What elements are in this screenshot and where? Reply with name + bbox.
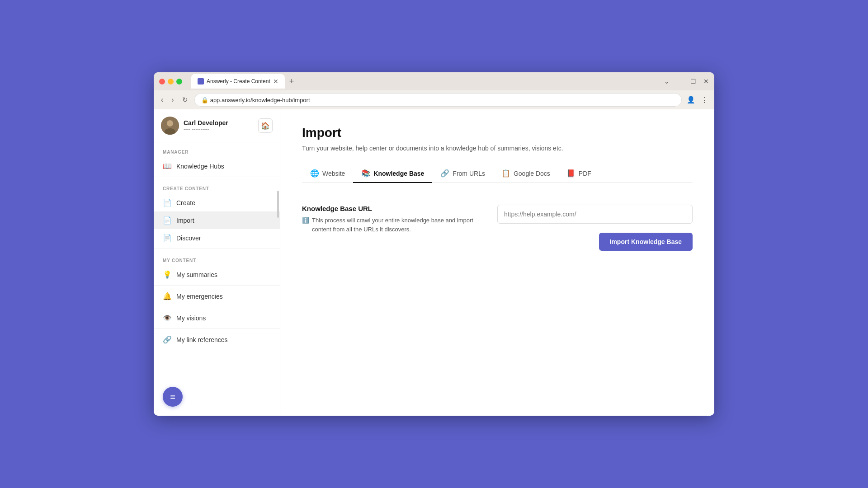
sidebar-item-my-link-references[interactable]: 🔗 My link references [154, 331, 280, 348]
import-knowledge-base-button[interactable]: Import Knowledge Base [599, 233, 693, 251]
tab-favicon [198, 78, 204, 84]
main-content: Import Turn your website, help center or… [280, 109, 714, 416]
browser-content: Carl Developer •••• •••••••••• 🏠 MANAGER… [154, 109, 714, 416]
sidebar-divider-1 [154, 177, 280, 177]
pdf-tab-label: PDF [579, 170, 591, 177]
scrollbar[interactable] [277, 191, 279, 218]
window-min-btn[interactable]: — [677, 78, 683, 85]
window-dropdown-btn[interactable]: ⌄ [664, 78, 670, 85]
summaries-icon: 💡 [163, 270, 172, 279]
sidebar-item-my-link-references-label: My link references [176, 336, 228, 343]
back-button[interactable]: ‹ [159, 94, 165, 106]
tab-pdf[interactable]: 📕 PDF [558, 164, 599, 183]
window-buttons: ⌄ — ☐ ✕ [664, 78, 709, 85]
tab-website[interactable]: 🌐 Website [302, 164, 353, 183]
svg-point-1 [167, 120, 173, 127]
sidebar-scroll: MANAGER 📖 Knowledge Hubs CREATE CONTENT … [154, 142, 280, 416]
tab-title: Answerly - Create Content [207, 78, 270, 84]
new-tab-button[interactable]: + [287, 77, 297, 86]
browser-window: Answerly - Create Content ✕ + ⌄ — ☐ ✕ ‹ … [154, 72, 714, 416]
from-urls-tab-label: From URLs [453, 170, 485, 177]
sidebar-divider-3 [154, 285, 280, 286]
tab-from-urls[interactable]: 🔗 From URLs [432, 164, 493, 183]
user-email: •••• •••••••••• [184, 127, 254, 132]
create-icon: 📄 [163, 198, 172, 207]
knowledge-base-tab-icon: 📚 [361, 169, 370, 178]
forward-button[interactable]: › [170, 94, 175, 106]
sidebar-item-my-emergencies[interactable]: 🔔 My emergencies [154, 287, 280, 305]
sidebar-item-my-emergencies-label: My emergencies [176, 293, 223, 300]
sidebar-item-import-label: Import [176, 217, 194, 224]
sidebar: Carl Developer •••• •••••••••• 🏠 MANAGER… [154, 109, 280, 416]
active-tab[interactable]: Answerly - Create Content ✕ [191, 74, 285, 89]
website-tab-label: Website [322, 170, 345, 177]
page-subtitle: Turn your website, help center or docume… [302, 145, 693, 152]
menu-icon[interactable]: ⋮ [700, 95, 709, 104]
maximize-button[interactable] [176, 79, 182, 84]
sidebar-user: Carl Developer •••• •••••••••• 🏠 [154, 109, 280, 142]
manager-section-label: MANAGER [154, 142, 280, 157]
sidebar-item-discover-label: Discover [176, 235, 201, 242]
website-tab-icon: 🌐 [310, 169, 319, 178]
tab-close-button[interactable]: ✕ [273, 78, 278, 84]
page-title: Import [302, 126, 693, 140]
pdf-tab-icon: 📕 [566, 169, 576, 178]
browser-actions: 👤 ⋮ [686, 95, 709, 104]
sidebar-item-knowledge-hubs-label: Knowledge Hubs [176, 163, 224, 170]
sidebar-divider-5 [154, 328, 280, 329]
kb-url-input[interactable] [497, 205, 693, 224]
user-info: Carl Developer •••• •••••••••• [184, 119, 254, 132]
my-content-section-label: MY CONTENT [154, 251, 280, 266]
close-button[interactable] [159, 79, 165, 84]
kb-url-label: Knowledge Base URL [302, 205, 483, 212]
kb-form-right: Import Knowledge Base [497, 205, 693, 251]
kb-url-description: This process will crawl your entire know… [312, 216, 483, 234]
minimize-button[interactable] [168, 79, 174, 84]
profile-icon[interactable]: 👤 [686, 95, 695, 104]
sidebar-item-my-summaries[interactable]: 💡 My summaries [154, 266, 280, 283]
sidebar-item-my-visions-label: My visions [176, 314, 206, 322]
title-bar: Answerly - Create Content ✕ + ⌄ — ☐ ✕ [154, 72, 714, 90]
info-icon: ℹ️ [302, 216, 309, 234]
knowledge-base-tab-label: Knowledge Base [373, 170, 424, 177]
sidebar-item-create-label: Create [176, 199, 195, 206]
emergencies-icon: 🔔 [163, 292, 172, 300]
book-icon: 📖 [163, 162, 172, 170]
home-button[interactable]: 🏠 [258, 118, 273, 133]
user-name: Carl Developer [184, 119, 254, 127]
fab-button[interactable]: ≡ [163, 387, 183, 407]
visions-icon: 👁️ [163, 314, 172, 322]
window-close-btn[interactable]: ✕ [703, 78, 709, 85]
sidebar-item-import[interactable]: 📄 Import [154, 211, 280, 229]
from-urls-tab-icon: 🔗 [440, 169, 449, 178]
link-references-icon: 🔗 [163, 335, 172, 344]
kb-form-left: Knowledge Base URL ℹ️ This process will … [302, 205, 483, 234]
sidebar-item-my-visions[interactable]: 👁️ My visions [154, 309, 280, 327]
address-bar: ‹ › ↻ 🔒 app.answerly.io/knowledge-hub/im… [154, 90, 714, 109]
sidebar-item-discover[interactable]: 📄 Discover [154, 229, 280, 247]
sidebar-item-my-summaries-label: My summaries [176, 271, 217, 278]
import-icon: 📄 [163, 216, 172, 225]
lock-icon: 🔒 [201, 97, 208, 103]
form-area: Import Knowledge Base [497, 205, 693, 251]
sidebar-item-knowledge-hubs[interactable]: 📖 Knowledge Hubs [154, 157, 280, 175]
import-tabs: 🌐 Website 📚 Knowledge Base 🔗 From URLs 📋… [302, 164, 693, 183]
google-docs-tab-icon: 📋 [501, 169, 510, 178]
fab-icon: ≡ [170, 392, 175, 402]
kb-form: Knowledge Base URL ℹ️ This process will … [302, 197, 693, 258]
create-content-section-label: CREATE CONTENT [154, 179, 280, 194]
address-input-wrapper[interactable]: 🔒 app.answerly.io/knowledge-hub/import [194, 93, 682, 107]
sidebar-divider-4 [154, 307, 280, 307]
tab-google-docs[interactable]: 📋 Google Docs [493, 164, 558, 183]
tab-bar: Answerly - Create Content ✕ + [191, 74, 297, 89]
reload-button[interactable]: ↻ [180, 94, 190, 106]
google-docs-tab-label: Google Docs [514, 170, 550, 177]
window-restore-btn[interactable]: ☐ [690, 78, 696, 85]
discover-icon: 📄 [163, 234, 172, 242]
address-url: app.answerly.io/knowledge-hub/import [210, 97, 310, 103]
kb-url-desc: ℹ️ This process will crawl your entire k… [302, 216, 483, 234]
window-controls [159, 79, 182, 84]
tab-knowledge-base[interactable]: 📚 Knowledge Base [353, 164, 432, 183]
sidebar-item-create[interactable]: 📄 Create [154, 194, 280, 211]
avatar [161, 117, 179, 135]
